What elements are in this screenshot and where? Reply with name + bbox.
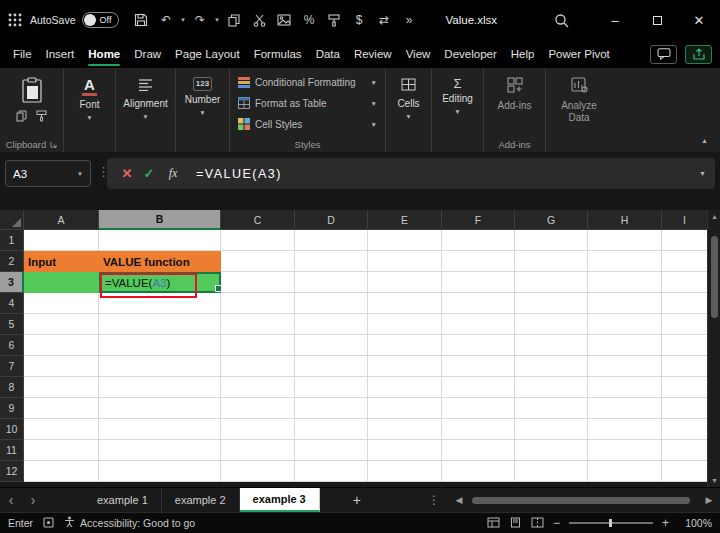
copy-small-icon[interactable] xyxy=(16,108,27,126)
col-header-h[interactable]: H xyxy=(588,210,662,230)
menu-tab-view[interactable]: View xyxy=(399,40,438,68)
hscroll-left-icon[interactable]: ◀ xyxy=(452,495,466,505)
formula-input[interactable]: ✕ ✓ fx =VALUE(A3) ▼ xyxy=(107,158,715,189)
name-box-dropdown-icon[interactable]: ▼ xyxy=(77,171,83,177)
cell-styles-button[interactable]: Cell Styles ▼ xyxy=(230,114,385,135)
addins-button[interactable]: Add-ins xyxy=(498,74,532,112)
sheet-tab-example-3[interactable]: example 3 xyxy=(240,488,320,512)
cancel-entry-icon[interactable]: ✕ xyxy=(116,166,138,181)
col-header-e[interactable]: E xyxy=(368,210,442,230)
new-sheet-button[interactable]: + xyxy=(342,488,372,512)
scroll-down-icon[interactable]: ▼ xyxy=(708,477,720,484)
menu-tab-page-layout[interactable]: Page Layout xyxy=(168,40,247,68)
menu-tab-review[interactable]: Review xyxy=(347,40,399,68)
search-icon[interactable] xyxy=(540,0,582,40)
swap-arrows-icon[interactable]: ⇄ xyxy=(372,0,397,40)
row-header-11[interactable]: 11 xyxy=(0,440,24,461)
paste-button[interactable] xyxy=(21,74,43,104)
hscroll-right-icon[interactable]: ▶ xyxy=(702,495,716,505)
row-header-5[interactable]: 5 xyxy=(0,314,24,335)
font-button[interactable]: A Font ▼ xyxy=(79,74,99,121)
cell-a3[interactable] xyxy=(24,272,99,293)
menu-tab-power-pivot[interactable]: Power Pivot xyxy=(541,40,616,68)
vertical-scrollbar-thumb[interactable] xyxy=(711,236,718,318)
cell-b2[interactable]: VALUE function xyxy=(99,251,221,272)
cells-button[interactable]: Cells ▼ xyxy=(397,74,419,120)
comments-button[interactable] xyxy=(650,45,677,64)
insert-function-icon[interactable]: fx xyxy=(160,166,186,181)
menu-tab-help[interactable]: Help xyxy=(504,40,542,68)
alignment-button[interactable]: Alignment ▼ xyxy=(123,74,167,120)
clipboard-dialog-launcher-icon[interactable] xyxy=(50,139,57,150)
percent-style-icon[interactable]: % xyxy=(297,0,322,40)
picture-icon[interactable] xyxy=(272,0,297,40)
next-sheet-icon[interactable]: › xyxy=(22,488,44,512)
macro-record-icon[interactable] xyxy=(43,517,54,530)
row-header-4[interactable]: 4 xyxy=(0,293,24,314)
row-header-12[interactable]: 12 xyxy=(0,461,24,482)
analyze-data-button[interactable]: Analyze Data xyxy=(555,74,603,124)
copy-icon[interactable] xyxy=(222,0,247,40)
undo-button[interactable]: ↶ xyxy=(154,0,179,40)
confirm-entry-icon[interactable]: ✓ xyxy=(138,166,160,181)
row-header-2[interactable]: 2 xyxy=(0,251,24,272)
redo-dropdown-icon[interactable]: ▼ xyxy=(213,17,222,23)
minimize-button[interactable]: – xyxy=(594,0,636,40)
row-header-9[interactable]: 9 xyxy=(0,398,24,419)
share-button[interactable] xyxy=(685,45,712,64)
save-button[interactable] xyxy=(129,0,154,40)
number-button[interactable]: 123 Number ▼ xyxy=(185,74,221,116)
editing-button[interactable]: Σ Editing ▼ xyxy=(442,74,473,115)
zoom-level[interactable]: 100% xyxy=(678,517,712,529)
zoom-slider[interactable] xyxy=(569,522,653,524)
row-header-7[interactable]: 7 xyxy=(0,356,24,377)
cells-area[interactable]: Input VALUE function =VALUE(A3) xyxy=(24,230,707,482)
fill-handle[interactable] xyxy=(215,285,222,292)
sheet-options-icon[interactable]: ⋮ xyxy=(420,493,448,507)
row-header-8[interactable]: 8 xyxy=(0,377,24,398)
row-header-3[interactable]: 3 xyxy=(0,272,24,293)
col-header-g[interactable]: G xyxy=(515,210,588,230)
format-painter-small-icon[interactable] xyxy=(36,108,47,126)
col-header-i[interactable]: I xyxy=(662,210,707,230)
horizontal-scrollbar-thumb[interactable] xyxy=(472,497,690,504)
collapse-ribbon-icon[interactable]: ▲ xyxy=(701,137,708,144)
close-button[interactable]: ✕ xyxy=(678,0,720,40)
col-header-d[interactable]: D xyxy=(295,210,368,230)
row-header-10[interactable]: 10 xyxy=(0,419,24,440)
format-painter-icon[interactable] xyxy=(322,0,347,40)
expand-formula-bar-icon[interactable]: ▼ xyxy=(699,170,706,177)
cell-a2[interactable]: Input xyxy=(24,251,99,272)
col-header-a[interactable]: A xyxy=(24,210,99,230)
scroll-up-icon[interactable]: ▲ xyxy=(708,213,720,220)
page-break-view-icon[interactable] xyxy=(531,517,544,530)
menu-tab-home[interactable]: Home xyxy=(81,40,127,68)
col-header-b[interactable]: B xyxy=(99,210,221,230)
zoom-in-icon[interactable]: + xyxy=(662,516,669,530)
more-quick-access-icon[interactable]: » xyxy=(397,0,422,40)
menu-tab-data[interactable]: Data xyxy=(309,40,347,68)
menu-tab-developer[interactable]: Developer xyxy=(437,40,503,68)
prev-sheet-icon[interactable]: ‹ xyxy=(0,488,22,512)
zoom-out-icon[interactable]: − xyxy=(553,516,560,530)
menu-tab-insert[interactable]: Insert xyxy=(39,40,82,68)
select-all-button[interactable] xyxy=(0,210,24,230)
conditional-formatting-button[interactable]: Conditional Formatting ▼ xyxy=(230,72,385,93)
vertical-scrollbar[interactable]: ▲ ▼ xyxy=(707,210,720,487)
accessibility-status[interactable]: Accessibility: Good to go xyxy=(64,516,195,530)
cut-icon[interactable] xyxy=(247,0,272,40)
redo-button[interactable]: ↷ xyxy=(188,0,213,40)
horizontal-scrollbar[interactable] xyxy=(470,496,698,505)
format-as-table-button[interactable]: Format as Table ▼ xyxy=(230,93,385,114)
menu-tab-formulas[interactable]: Formulas xyxy=(247,40,309,68)
menu-tab-draw[interactable]: Draw xyxy=(127,40,168,68)
undo-dropdown-icon[interactable]: ▼ xyxy=(179,17,188,23)
autosave-toggle[interactable]: Off xyxy=(82,12,119,28)
page-layout-view-icon[interactable] xyxy=(509,517,522,530)
name-box[interactable]: A3 ▼ xyxy=(5,160,91,187)
zoom-slider-thumb[interactable] xyxy=(609,519,612,527)
currency-icon[interactable]: $ xyxy=(347,0,372,40)
normal-view-icon[interactable] xyxy=(487,517,500,530)
sheet-tab-example-1[interactable]: example 1 xyxy=(84,488,162,512)
col-header-f[interactable]: F xyxy=(442,210,515,230)
